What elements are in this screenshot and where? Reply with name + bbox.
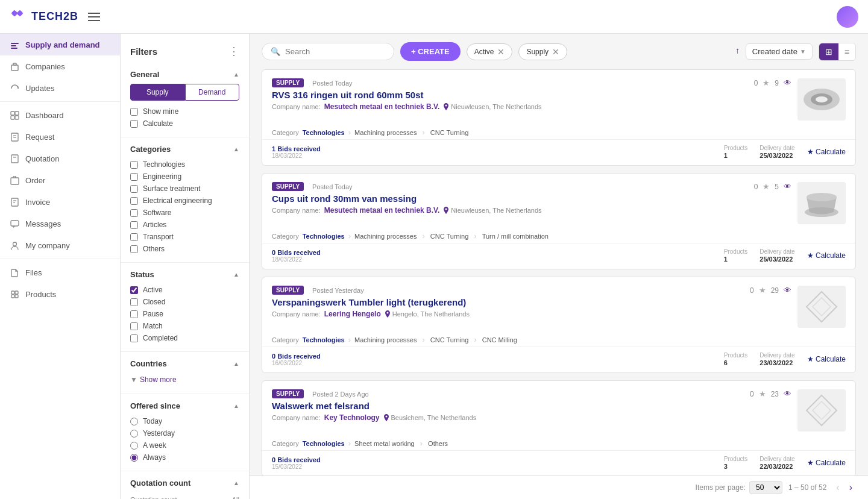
- category-type: Technologies: [303, 336, 345, 344]
- filter-status-header[interactable]: Status ▲: [130, 265, 239, 284]
- eye-icon[interactable]: 👁: [784, 182, 791, 191]
- status-checkbox-pause[interactable]: Pause: [130, 308, 239, 320]
- sidebar-item-my-company[interactable]: My company: [0, 234, 120, 256]
- calculate-button[interactable]: ★ Calculate: [807, 355, 846, 363]
- filter-offered-since-header[interactable]: Offered since ▲: [130, 397, 239, 415]
- company-label: Company name:: [272, 103, 321, 110]
- status-checkbox-active[interactable]: Active: [130, 284, 239, 296]
- category-checkbox-technologies[interactable]: Technologies: [130, 158, 239, 171]
- star-icon[interactable]: ★: [763, 182, 770, 191]
- next-page-button[interactable]: ›: [846, 481, 856, 494]
- star-icon[interactable]: ★: [759, 389, 766, 398]
- star-icon[interactable]: ★: [763, 78, 770, 87]
- sidebar-item-supply-demand[interactable]: Supply and demand: [0, 34, 120, 55]
- listing-title[interactable]: Walswerk met felsrand: [272, 401, 744, 411]
- sidebar-item-files[interactable]: Files: [0, 262, 120, 283]
- remove-active-chip[interactable]: ✕: [497, 47, 505, 57]
- company-name[interactable]: Mesutech metaal en techniek B.V.: [324, 102, 440, 111]
- sidebar-item-products[interactable]: Products: [0, 283, 120, 305]
- category-tag: Machining processes: [354, 129, 417, 136]
- bids-link[interactable]: 0 Bids received: [272, 249, 321, 256]
- filter-quotation-count-header[interactable]: Quotation count ▲: [130, 474, 239, 492]
- show-mine-input[interactable]: [130, 108, 138, 116]
- request-icon: [10, 132, 19, 142]
- sidebar-item-label: Files: [25, 268, 42, 277]
- offered-since-today[interactable]: Today: [130, 415, 239, 427]
- delivery-date-col: Delivery date 23/03/2022: [760, 352, 794, 366]
- search-input[interactable]: [285, 47, 385, 56]
- category-checkbox-engineering[interactable]: Engineering: [130, 171, 239, 183]
- sidebar-item-messages[interactable]: Messages: [0, 213, 120, 234]
- calculate-checkbox[interactable]: Calculate: [130, 118, 239, 130]
- sort-direction-icon[interactable]: ↓: [735, 47, 740, 57]
- offered-since-always[interactable]: Always: [130, 451, 239, 463]
- category-checkbox-surface-treatment[interactable]: Surface treatment: [130, 183, 239, 195]
- offered-since-week[interactable]: A week: [130, 439, 239, 451]
- status-checkbox-match[interactable]: Match: [130, 320, 239, 332]
- sidebar-item-dashboard[interactable]: Dashboard: [0, 104, 120, 126]
- bids-link[interactable]: 0 Bids received: [272, 353, 321, 360]
- grid-view-button[interactable]: ⊞: [819, 43, 838, 60]
- supply-toggle-btn[interactable]: Supply: [130, 84, 185, 101]
- sidebar-item-order[interactable]: Order: [0, 169, 120, 191]
- search-box[interactable]: 🔍: [262, 43, 394, 60]
- per-page-select[interactable]: 50 25 100: [749, 481, 782, 494]
- company-name[interactable]: Key Technology: [324, 413, 380, 422]
- category-checkbox-articles[interactable]: Articles: [130, 219, 239, 231]
- sidebar-item-companies[interactable]: Companies: [0, 55, 120, 77]
- category-checkbox-software[interactable]: Software: [130, 207, 239, 219]
- create-button[interactable]: + CREATE: [400, 42, 461, 61]
- filters-title: Filters: [130, 46, 157, 57]
- sort-select[interactable]: Created date ▼: [746, 43, 813, 60]
- star-icon[interactable]: ★: [759, 286, 766, 295]
- show-more-countries[interactable]: ▼ Show more: [130, 373, 239, 386]
- sidebar-item-updates[interactable]: Updates: [0, 77, 120, 99]
- demand-toggle-btn[interactable]: Demand: [185, 84, 240, 101]
- company-name[interactable]: Leering Hengelo: [324, 310, 381, 318]
- listing-title[interactable]: Cups uit rond 30mm van messing: [272, 193, 748, 204]
- remove-supply-chip[interactable]: ✕: [552, 47, 559, 57]
- sidebar-item-quotation[interactable]: Quotation: [0, 148, 120, 169]
- company-name[interactable]: Mesutech metaal en techniek B.V.: [324, 206, 440, 215]
- category-checkbox-transport[interactable]: Transport: [130, 231, 239, 243]
- status-checkbox-completed[interactable]: Completed: [130, 332, 239, 344]
- show-mine-checkbox[interactable]: Show mine: [130, 105, 239, 118]
- sidebar-item-invoice[interactable]: Invoice: [0, 191, 120, 213]
- hamburger-icon[interactable]: [88, 13, 100, 21]
- filter-general-header[interactable]: General ▲: [130, 65, 239, 84]
- calculate-button[interactable]: ★ Calculate: [807, 459, 846, 467]
- status-checkbox-closed[interactable]: Closed: [130, 296, 239, 308]
- category-checkbox-electrical-engineering[interactable]: Electrical engineering: [130, 195, 239, 207]
- companies-icon: [10, 61, 19, 71]
- listing-category: Category Technologies › Sheet metal work…: [262, 436, 855, 450]
- calculate-button[interactable]: ★ Calculate: [807, 251, 846, 260]
- calculate-input[interactable]: [130, 120, 138, 128]
- listing-title[interactable]: Verspaningswerk Tumbler light (terugkere…: [272, 297, 744, 307]
- filter-section-quotation-count: Quotation count ▲ Quotation count All: [121, 474, 249, 499]
- products-col: Products 1: [724, 145, 747, 159]
- prev-page-button[interactable]: ‹: [832, 481, 843, 494]
- svg-rect-25: [15, 295, 18, 298]
- list-view-button[interactable]: ≡: [838, 43, 855, 60]
- eye-icon[interactable]: 👁: [784, 286, 791, 295]
- category-tag: Others: [428, 440, 448, 447]
- eye-icon[interactable]: 👁: [784, 389, 791, 398]
- main-content: 🔍 + CREATE Active ✕ Supply ✕ ↓ Created d…: [250, 34, 868, 499]
- listing-title[interactable]: RVS 316 ringen uit rond 60mm 50st: [272, 90, 748, 100]
- calculate-button[interactable]: ★ Calculate: [807, 148, 846, 156]
- filter-categories-header[interactable]: Categories ▲: [130, 140, 239, 158]
- avatar[interactable]: [837, 6, 858, 28]
- bids-link[interactable]: 0 Bids received: [272, 456, 321, 463]
- filter-chip-supply[interactable]: Supply ✕: [518, 43, 567, 60]
- offered-since-yesterday[interactable]: Yesterday: [130, 427, 239, 439]
- my-company-icon: [10, 240, 19, 250]
- category-checkbox-others[interactable]: Others: [130, 243, 239, 255]
- bids-link[interactable]: 1 Bids received: [272, 145, 321, 152]
- filter-countries-header[interactable]: Countries ▲: [130, 354, 239, 373]
- filters-menu-icon[interactable]: ⋮: [228, 45, 239, 58]
- eye-icon[interactable]: 👁: [784, 78, 791, 87]
- sidebar-item-request[interactable]: Request: [0, 126, 120, 148]
- category-tag: CNC Turning: [430, 336, 469, 344]
- svg-marker-35: [813, 298, 831, 316]
- filter-chip-active[interactable]: Active ✕: [467, 43, 513, 60]
